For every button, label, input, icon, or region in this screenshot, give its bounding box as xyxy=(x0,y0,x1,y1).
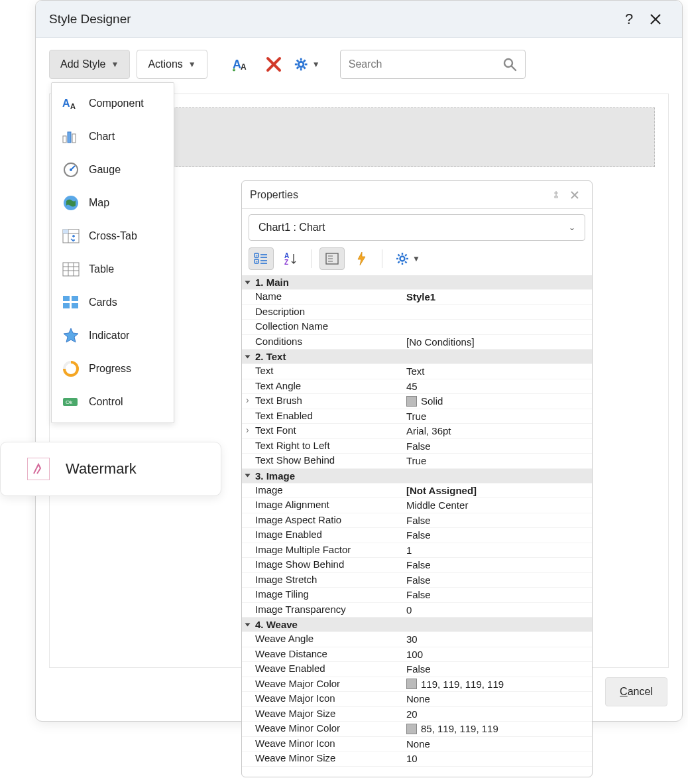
property-row[interactable]: Text Angle45 xyxy=(242,379,592,395)
property-value[interactable]: 119, 119, 119, 119 xyxy=(404,677,592,692)
property-value[interactable]: False xyxy=(404,662,592,677)
property-value[interactable]: True xyxy=(404,409,592,424)
actions-button[interactable]: Actions ▼ xyxy=(137,50,207,79)
property-row[interactable]: Image Transparency0 xyxy=(242,603,592,618)
settings-tool-icon[interactable]: ▼ xyxy=(294,51,320,78)
pin-icon[interactable] xyxy=(547,186,565,204)
watermark-card[interactable]: Watermark xyxy=(0,442,221,496)
property-value[interactable]: None xyxy=(404,692,592,706)
property-row[interactable]: Image StretchFalse xyxy=(242,573,592,588)
dropdown-item-progress[interactable]: Progress xyxy=(52,352,174,385)
property-row[interactable]: Image TilingFalse xyxy=(242,588,592,603)
property-value[interactable]: 30 xyxy=(404,632,592,647)
property-value[interactable]: None xyxy=(404,737,592,751)
property-row[interactable]: Text Right to LeftFalse xyxy=(242,439,592,454)
close-button[interactable] xyxy=(642,6,669,33)
delete-tool-icon[interactable] xyxy=(260,51,287,78)
property-key: Image xyxy=(242,484,404,498)
property-key: Image Stretch xyxy=(242,573,404,588)
section-header[interactable]: 2. Text xyxy=(242,350,592,364)
settings-icon[interactable]: ▼ xyxy=(390,247,425,270)
property-row[interactable]: Image AlignmentMiddle Center xyxy=(242,498,592,513)
alphabetical-view-icon[interactable]: AZ xyxy=(278,247,303,270)
property-row[interactable]: Image EnabledFalse xyxy=(242,528,592,543)
property-row[interactable]: Weave Major IconNone xyxy=(242,692,592,707)
font-size-tool-icon[interactable]: A A xyxy=(227,51,254,78)
property-value[interactable]: [Not Assigned] xyxy=(404,484,592,498)
property-row[interactable]: Image[Not Assigned] xyxy=(242,484,592,499)
property-row[interactable]: Conditions[No Conditions] xyxy=(242,335,592,350)
dropdown-item-table[interactable]: Table xyxy=(52,253,174,286)
property-row[interactable]: Weave EnabledFalse xyxy=(242,662,592,677)
section-header[interactable]: 3. Image xyxy=(242,469,592,484)
property-key: Image Tiling xyxy=(242,588,404,602)
property-row[interactable]: Weave Minor Size10 xyxy=(242,751,592,767)
property-value[interactable]: False xyxy=(404,573,592,588)
categorized-view-icon[interactable]: ++ xyxy=(249,247,274,270)
property-row[interactable]: Weave Distance100 xyxy=(242,647,592,663)
property-value[interactable]: Text xyxy=(404,364,592,379)
watermark-icon xyxy=(27,458,50,480)
property-row[interactable]: NameStyle1 xyxy=(242,290,592,305)
property-row[interactable]: Image Show BehindFalse xyxy=(242,558,592,573)
search-icon[interactable] xyxy=(502,57,517,72)
property-row[interactable]: Image Multiple Factor1 xyxy=(242,543,592,558)
property-value[interactable]: Arial, 36pt xyxy=(404,424,592,438)
property-row[interactable]: TextText xyxy=(242,364,592,379)
property-value[interactable]: 10 xyxy=(404,751,592,766)
property-row[interactable]: Weave Major Size20 xyxy=(242,707,592,722)
svg-rect-25 xyxy=(63,229,68,233)
property-value[interactable]: Style1 xyxy=(404,290,592,304)
property-value[interactable]: False xyxy=(404,558,592,572)
property-value[interactable]: 100 xyxy=(404,647,592,662)
property-value[interactable]: 1 xyxy=(404,543,592,558)
properties-object-select[interactable]: Chart1 : Chart ⌄ xyxy=(249,214,585,241)
dropdown-item-chart[interactable]: Chart xyxy=(52,120,174,153)
property-value[interactable]: [No Conditions] xyxy=(404,335,592,350)
search-box[interactable] xyxy=(340,50,526,79)
property-row[interactable]: Weave Angle30 xyxy=(242,632,592,647)
property-value[interactable]: True xyxy=(404,454,592,468)
close-props-icon[interactable] xyxy=(565,186,584,204)
property-value[interactable]: 0 xyxy=(404,603,592,618)
events-icon[interactable] xyxy=(349,247,374,270)
property-value[interactable] xyxy=(404,305,592,320)
property-value[interactable] xyxy=(404,320,592,334)
property-value[interactable]: 85, 119, 119, 119 xyxy=(404,722,592,736)
dropdown-item-crosstab[interactable]: Cross-Tab xyxy=(52,220,174,253)
dropdown-item-component[interactable]: AAComponent xyxy=(52,87,174,120)
property-row[interactable]: Collection Name xyxy=(242,320,592,335)
property-row[interactable]: Image Aspect RatioFalse xyxy=(242,513,592,529)
property-value[interactable]: False xyxy=(404,439,592,454)
property-page-icon[interactable] xyxy=(319,247,345,270)
property-row[interactable]: Weave Major Color119, 119, 119, 119 xyxy=(242,677,592,692)
dropdown-item-map[interactable]: Map xyxy=(52,186,174,220)
property-value[interactable]: False xyxy=(404,588,592,602)
dropdown-item-gauge[interactable]: Gauge xyxy=(52,153,174,186)
property-row[interactable]: Weave Minor IconNone xyxy=(242,737,592,752)
property-row[interactable]: Text BrushSolid xyxy=(242,394,592,409)
section-header[interactable]: 4. Weave xyxy=(242,618,592,632)
dropdown-item-cards[interactable]: Cards xyxy=(52,286,174,319)
property-row[interactable]: Text EnabledTrue xyxy=(242,409,592,425)
property-value[interactable]: Solid xyxy=(404,394,592,409)
add-style-button[interactable]: Add Style ▼ xyxy=(49,50,130,79)
cancel-button[interactable]: Cancel xyxy=(605,677,667,706)
property-value[interactable]: 45 xyxy=(404,379,592,394)
property-row[interactable]: Text FontArial, 36pt xyxy=(242,424,592,439)
property-row[interactable]: Weave Minor Color85, 119, 119, 119 xyxy=(242,722,592,737)
svg-rect-31 xyxy=(63,296,70,301)
property-value[interactable]: 20 xyxy=(404,707,592,722)
property-row[interactable]: Text Show BehindTrue xyxy=(242,454,592,469)
property-value[interactable]: False xyxy=(404,528,592,543)
property-value[interactable]: False xyxy=(404,513,592,528)
help-button[interactable]: ? xyxy=(616,6,642,33)
dropdown-item-label: Progress xyxy=(89,363,131,375)
search-input[interactable] xyxy=(349,58,502,70)
dropdown-item-indicator[interactable]: Indicator xyxy=(52,319,174,352)
property-row[interactable]: Description xyxy=(242,305,592,320)
property-key: Text Show Behind xyxy=(242,454,404,468)
section-header[interactable]: 1. Main xyxy=(242,275,592,290)
property-value[interactable]: Middle Center xyxy=(404,498,592,513)
dropdown-item-control[interactable]: OkControl xyxy=(52,385,174,419)
